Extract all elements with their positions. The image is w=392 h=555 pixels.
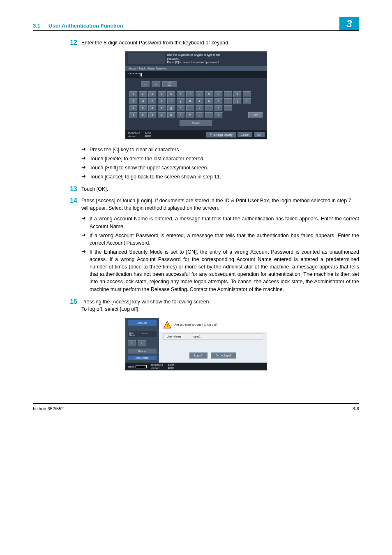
keyboard-key[interactable]: -: [224, 91, 232, 97]
footer-time: 14:36: [145, 132, 151, 135]
keyboard-key[interactable]: z: [129, 112, 138, 118]
confirm-message: Are you sure you want to log-out?: [175, 323, 218, 326]
keyboard-key[interactable]: ;: [214, 105, 223, 111]
keyboard-key[interactable]: 8: [196, 91, 204, 97]
cancel-button[interactable]: Cancel: [238, 132, 252, 137]
keyboard-key[interactable]: [: [224, 98, 232, 104]
keyboard-key[interactable]: c: [148, 112, 157, 118]
footer-page-number: 3-6: [353, 406, 359, 411]
keyboard-key[interactable]: s: [139, 105, 147, 111]
keyboard-key[interactable]: ]: [233, 98, 242, 104]
keyboard-key[interactable]: .: [205, 112, 213, 118]
logout-confirm-screenshot: Job List User Name Status ↑ ↓ Delete Job…: [125, 318, 267, 370]
footer-memory-label: Memory: [128, 135, 140, 138]
arrow-icon: ➔: [81, 215, 90, 230]
delete-button[interactable]: De- lete: [162, 81, 177, 87]
step-text: Press [Access] or touch [Login]. If docu…: [81, 197, 359, 212]
keyboard-key[interactable]: 2: [139, 91, 147, 97]
arrow-icon: ➔: [81, 146, 90, 153]
shift-key[interactable]: Shift: [248, 112, 263, 118]
keyboard-key[interactable]: 9: [205, 91, 213, 97]
user-name-label: User Name: [167, 335, 181, 338]
bullet-text: If the Enhanced Security Mode is set to …: [90, 248, 359, 293]
keyboard-key[interactable]: =: [233, 91, 242, 97]
warning-icon: !: [163, 321, 171, 328]
arrow-icon: ➔: [81, 155, 90, 162]
bullet-text: Touch [Delete] to delete the last charac…: [90, 155, 359, 162]
column-header-user: User Name: [128, 331, 138, 337]
scroll-up-button[interactable]: ↑: [128, 340, 136, 346]
keyboard-key[interactable]: 6: [177, 91, 185, 97]
ok-button[interactable]: OK: [254, 132, 264, 137]
keyboard-key[interactable]: g: [167, 105, 175, 111]
keyboard-key[interactable]: l: [205, 105, 213, 111]
keyboard-key[interactable]: t: [167, 98, 175, 104]
keyboard-key[interactable]: k: [196, 105, 204, 111]
footer-memory-value: 100%: [145, 135, 151, 138]
arrow-icon: ➔: [81, 248, 90, 293]
keyboard-key[interactable]: 1: [129, 91, 138, 97]
step-number: 12: [65, 39, 81, 46]
keyboard-key[interactable]: v: [158, 112, 166, 118]
keyboard-key[interactable]: p: [214, 98, 223, 104]
keyboard-key[interactable]: q: [129, 98, 138, 104]
keyboard-key[interactable]: h: [177, 105, 185, 111]
keyboard-key[interactable]: d: [148, 105, 157, 111]
kb-instruction-line: password.: [167, 57, 265, 60]
bullet-text: Touch [Shift] to show the upper case/sym…: [90, 164, 359, 171]
keyboard-key[interactable]: y: [177, 98, 185, 104]
keyboard-key[interactable]: i: [196, 98, 204, 104]
arrow-right-button[interactable]: →: [152, 81, 161, 87]
section-title: User Authentication Function: [48, 23, 339, 29]
keyboard-key[interactable]: j: [186, 105, 194, 111]
keyboard-key[interactable]: m: [186, 112, 194, 118]
keyboard-key[interactable]: x: [139, 112, 147, 118]
delete-button[interactable]: Delete: [128, 349, 157, 354]
keyboard-key[interactable]: ,: [196, 112, 204, 118]
keyboard-key[interactable]: o: [205, 98, 213, 104]
keyboard-key[interactable]: 5: [167, 91, 175, 97]
keyboard-key[interactable]: b: [167, 112, 175, 118]
step-number: 14: [65, 197, 81, 212]
keyboard-key[interactable]: `: [243, 91, 251, 97]
breadcrumb: Account Track > Enter Password: [125, 66, 267, 71]
keyboard-key[interactable]: 3: [148, 91, 157, 97]
arrow-icon: ➔: [81, 164, 90, 171]
enlarge-display-button[interactable]: 🔍 Enlarge Display: [206, 132, 236, 138]
chapter-badge: 3: [339, 17, 359, 30]
keyboard-key[interactable]: 4: [158, 91, 166, 97]
keyboard-key[interactable]: /: [214, 112, 223, 118]
keyboard-key[interactable]: \: [243, 98, 251, 104]
user-name-value: user1: [194, 335, 201, 338]
password-entry-screenshot: Use the keyboard or keypad to type in th…: [125, 51, 267, 139]
step-number: 15: [65, 298, 81, 313]
arrow-left-button[interactable]: ←: [141, 81, 150, 87]
footer-memory-value: 100%: [168, 367, 174, 370]
toner-indicator: [136, 365, 147, 368]
keyboard-key[interactable]: u: [186, 98, 194, 104]
space-key[interactable]: Space: [180, 120, 212, 126]
scroll-down-button[interactable]: ↓: [138, 340, 146, 346]
keyboard-key[interactable]: w: [139, 98, 147, 104]
bullet-text: Touch [Cancel] to go back to the screen …: [90, 173, 359, 180]
footer-memory-label: Memory: [151, 367, 163, 370]
kb-instruction-line: Use the keyboard or keypad to type in th…: [167, 53, 265, 57]
keyboard-key[interactable]: f: [158, 105, 166, 111]
keyboard-key[interactable]: 7: [186, 91, 194, 97]
log-off-button[interactable]: Log off: [189, 352, 208, 358]
password-input[interactable]: ********: [125, 71, 267, 78]
keyboard-key[interactable]: r: [158, 98, 166, 104]
keyboard-key[interactable]: e: [148, 98, 157, 104]
footer-date: 2009/09/10: [128, 132, 140, 135]
keyboard-key[interactable]: n: [177, 112, 185, 118]
arrow-icon: ➔: [81, 232, 90, 247]
step-text: Enter the 8-digit Account Password from …: [81, 39, 359, 46]
do-not-log-off-button[interactable]: Do not log off: [211, 352, 237, 358]
bullet-text: If a wrong Account Password is entered, …: [90, 232, 359, 247]
job-details-button[interactable]: Job Details: [128, 356, 157, 360]
bullet-text: Press the [C] key to clear all character…: [90, 146, 359, 153]
job-list-tab[interactable]: Job List: [128, 320, 157, 326]
keyboard-key[interactable]: a: [129, 105, 138, 111]
keyboard-key[interactable]: ': [224, 105, 232, 111]
keyboard-key[interactable]: 0: [214, 91, 223, 97]
